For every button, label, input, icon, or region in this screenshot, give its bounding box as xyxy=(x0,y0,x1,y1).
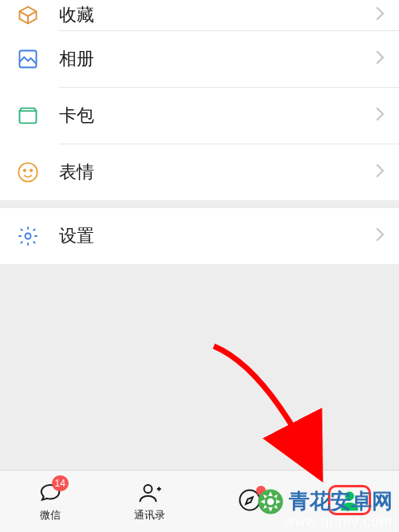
chevron-right-icon xyxy=(375,164,385,181)
menu-item-stickers[interactable]: 表情 xyxy=(0,144,399,200)
menu-item-settings[interactable]: 设置 xyxy=(0,208,399,264)
chevron-right-icon xyxy=(375,227,385,245)
contacts-icon xyxy=(136,480,164,506)
active-highlight-box xyxy=(328,485,371,515)
discover-icon xyxy=(235,487,264,513)
menu-item-favorites[interactable]: 收藏 xyxy=(0,0,399,30)
menu-item-album[interactable]: 相册 xyxy=(0,31,399,87)
svg-point-7 xyxy=(346,492,354,500)
chats-icon: 14 xyxy=(36,480,65,506)
chevron-right-icon xyxy=(375,6,385,24)
tab-contacts[interactable]: 通讯录 xyxy=(100,471,200,532)
tab-me[interactable] xyxy=(299,471,399,532)
menu-item-label: 表情 xyxy=(59,160,375,184)
svg-point-5 xyxy=(144,485,152,493)
chevron-right-icon xyxy=(375,50,385,68)
menu-item-label: 收藏 xyxy=(59,3,375,27)
favorites-icon xyxy=(16,3,40,27)
album-icon xyxy=(16,47,40,71)
menu-item-cards[interactable]: 卡包 xyxy=(0,88,399,144)
empty-space xyxy=(0,264,399,485)
unread-badge: 14 xyxy=(52,475,69,491)
me-settings-list: 设置 xyxy=(0,208,399,264)
tab-label: 通讯录 xyxy=(134,508,165,522)
tab-discover[interactable] xyxy=(200,471,299,532)
tab-bar: 14 微信 通讯录 xyxy=(0,470,399,532)
notification-dot xyxy=(256,486,266,495)
menu-item-label: 相册 xyxy=(59,47,375,71)
svg-point-2 xyxy=(24,170,26,171)
menu-item-label: 设置 xyxy=(59,224,375,248)
menu-item-label: 卡包 xyxy=(59,104,375,128)
gear-icon xyxy=(16,224,40,248)
me-icon xyxy=(335,487,364,513)
tab-label: 微信 xyxy=(40,508,61,522)
svg-point-4 xyxy=(26,234,31,239)
stickers-icon xyxy=(16,160,40,184)
section-gap xyxy=(0,200,399,208)
tab-chats[interactable]: 14 微信 xyxy=(0,471,100,532)
cards-icon xyxy=(16,104,40,128)
me-menu-list: 收藏 相册 卡包 表情 xyxy=(0,0,399,200)
svg-point-1 xyxy=(18,163,37,181)
svg-point-3 xyxy=(30,170,32,171)
chevron-right-icon xyxy=(375,107,385,124)
